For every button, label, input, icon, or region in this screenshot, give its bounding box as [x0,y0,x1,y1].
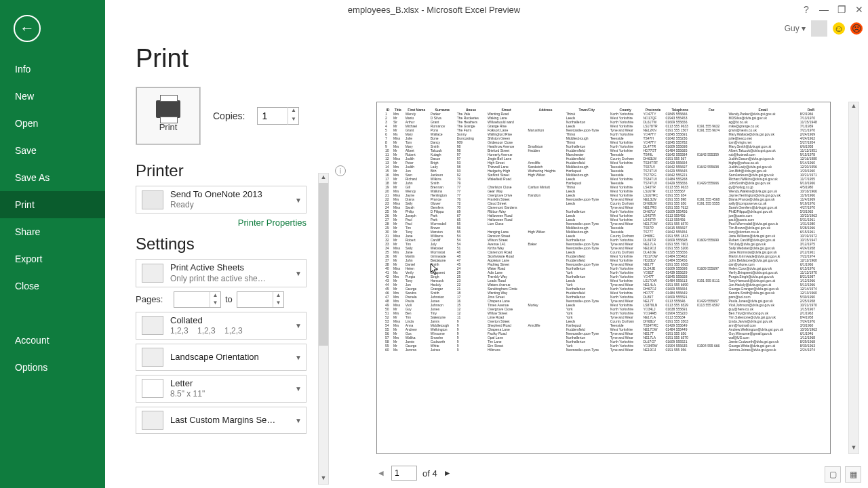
back-arrow-icon: ← [20,20,35,37]
titlebar: employees_B.xlsx - Microsoft Excel Previ… [0,0,868,19]
print-backstage: Print Print Copies: ▲▼ Printer i Send To… [105,37,868,488]
printer-info-icon[interactable]: i [335,165,346,176]
scroll-down-icon[interactable]: ▼ [319,474,328,484]
collate-icon [142,316,163,335]
zoom-to-page-icon[interactable]: ▢ [825,466,841,483]
mouse-cursor [430,263,439,275]
scroll-up-icon[interactable]: ▲ [849,102,859,112]
scroll-down-icon[interactable]: ▼ [849,444,859,453]
show-margins-icon[interactable]: ▦ [845,466,861,483]
orientation-title: Landscape Orientation [170,352,259,363]
user-name[interactable]: Guy ▾ [785,24,806,33]
nav-item-new[interactable]: New [0,83,105,110]
page-title: Print [136,44,346,73]
margins-dropdown[interactable]: Last Custom Margins Se… ▼ [136,407,307,434]
help-icon[interactable]: ? [802,5,811,14]
chevron-down-icon: ▼ [295,322,302,329]
paper-sub: 8.5" x 11" [170,389,205,399]
zoom-controls: ▢ ▦ [825,466,861,483]
pages-to-field[interactable] [237,292,273,307]
page-number-input[interactable] [391,466,417,481]
orientation-dropdown[interactable]: Landscape Orientation ▼ [136,344,307,371]
minimize-icon[interactable]: — [819,5,829,14]
prev-page-icon[interactable]: ◄ [376,468,386,478]
nav-item-share[interactable]: Share [0,218,105,245]
backstage-nav: ← InfoNewOpenSaveSave AsPrintShareExport… [0,0,105,488]
restore-icon[interactable]: ❐ [837,5,846,14]
nav-item-open[interactable]: Open [0,110,105,137]
window-title: employees_B.xlsx - Microsoft Excel Previ… [348,5,520,15]
pages-label: Pages: [136,294,170,304]
printer-name: Send To OneNote 2013 [170,189,262,200]
chevron-down-icon: ▼ [295,417,302,424]
copies-field[interactable] [258,110,288,121]
printer-device-icon [142,190,163,209]
nav-item-options[interactable]: Options [0,354,105,381]
copies-down-icon[interactable]: ▼ [288,116,298,125]
scope-title: Print Active Sheets [170,262,266,273]
nav-item-print[interactable]: Print [0,191,105,218]
chevron-down-icon: ▼ [295,196,302,203]
sheets-icon [142,264,163,283]
back-button[interactable]: ← [14,15,41,42]
copies-up-icon[interactable]: ▲ [288,107,298,116]
nav-item-account[interactable]: Account [0,327,105,354]
page-navigator: ◄ of 4 ► [376,466,452,481]
scroll-thumb[interactable] [319,183,328,346]
sad-face-icon[interactable]: ☹ [850,22,863,35]
paper-size-dropdown[interactable]: Letter 8.5" x 11" ▼ [136,375,307,403]
preview-page: IDTitleFirst NameSurnameHouseStreetAddre… [376,102,831,454]
pages-from-field[interactable] [174,292,210,307]
close-icon[interactable]: ✕ [854,5,864,14]
printer-dropdown[interactable]: Send To OneNote 2013 Ready ▼ [136,186,307,214]
print-preview: IDTitleFirst NameSurnameHouseStreetAddre… [376,102,851,481]
copies-input[interactable]: ▲▼ [257,107,299,125]
printer-properties-link[interactable]: Printer Properties [136,218,307,228]
print-button[interactable]: Print [136,87,201,145]
orientation-icon [142,348,163,367]
next-page-icon[interactable]: ► [443,468,452,478]
scope-sub: Only print the active she… [170,274,266,284]
paper-icon [142,379,163,398]
printer-icon [156,100,180,118]
pages-from-input[interactable]: ▲▼ [174,291,221,308]
printer-heading: Printer [136,161,184,180]
print-button-label: Print [159,122,178,132]
nav-item-save[interactable]: Save [0,137,105,164]
scroll-up-icon[interactable]: ▲ [319,174,328,183]
paper-title: Letter [170,378,205,389]
collated-title: Collated [170,315,243,326]
settings-scrollbar[interactable]: ▲ ▼ [318,173,329,485]
chevron-down-icon: ▼ [295,353,302,361]
print-scope-dropdown[interactable]: Print Active Sheets Only print the activ… [136,259,307,287]
margins-title: Last Custom Margins Se… [170,415,275,426]
settings-heading: Settings [136,235,195,253]
nav-item-close[interactable]: Close [0,272,105,300]
nav-item-info[interactable]: Info [0,56,105,83]
avatar[interactable] [811,20,827,37]
margins-icon [142,411,163,430]
page-of-label: of 4 [422,468,437,479]
preview-scrollbar[interactable]: ▲ ▼ [848,102,859,454]
happy-face-icon[interactable]: ☺ [833,22,845,35]
copies-label: Copies: [213,110,245,121]
pages-to-input[interactable]: ▲▼ [237,291,284,308]
nav-item-export[interactable]: Export [0,245,105,272]
pages-to-label: to [225,294,233,304]
nav-item-save-as[interactable]: Save As [0,164,105,191]
chevron-down-icon: ▼ [295,385,302,392]
collation-dropdown[interactable]: Collated 1,2,3 1,2,3 1,2,3 ▼ [136,312,307,340]
printer-status: Ready [170,200,262,210]
chevron-down-icon: ▼ [295,269,302,277]
user-bar: Guy ▾ ☺ ☹ [785,20,863,37]
